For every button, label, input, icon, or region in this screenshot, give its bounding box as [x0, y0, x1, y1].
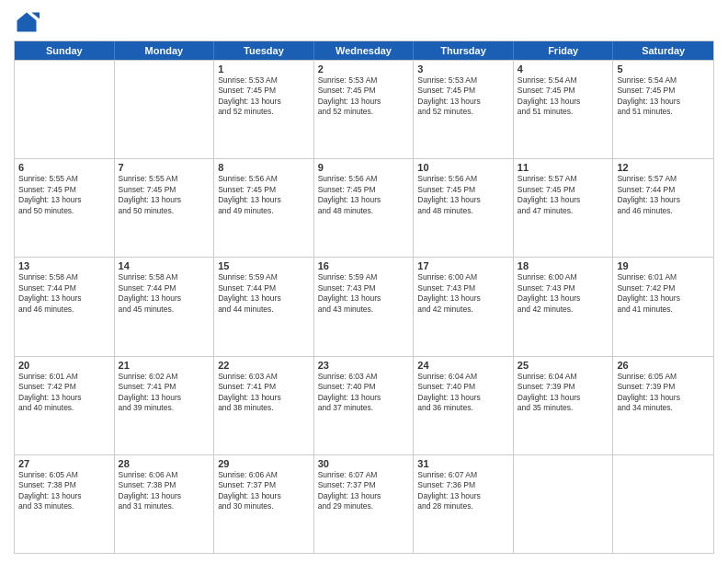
cell-line: Sunrise: 5:56 AM	[218, 174, 310, 184]
cell-line: Sunset: 7:37 PM	[218, 480, 310, 490]
cell-line: Sunset: 7:45 PM	[417, 86, 509, 96]
day-number: 2	[318, 63, 410, 75]
day-number: 31	[417, 458, 509, 469]
cell-line: Daylight: 13 hours	[617, 293, 710, 304]
cell-line: and 46 minutes.	[18, 304, 110, 315]
cell-line: and 49 minutes.	[218, 206, 310, 216]
cal-cell: 21Sunrise: 6:02 AMSunset: 7:41 PMDayligh…	[115, 357, 215, 454]
cell-line: and 44 minutes.	[218, 304, 310, 315]
cell-line: Sunrise: 5:53 AM	[218, 75, 310, 86]
cell-line: and 52 minutes.	[318, 107, 410, 117]
cell-line: Sunrise: 5:58 AM	[119, 272, 210, 282]
cell-line: Sunset: 7:41 PM	[218, 382, 310, 392]
cal-cell: 14Sunrise: 5:58 AMSunset: 7:44 PMDayligh…	[115, 258, 215, 355]
cell-line: Daylight: 13 hours	[318, 393, 410, 403]
cell-line: Sunset: 7:38 PM	[119, 480, 210, 490]
header-day-monday: Monday	[115, 41, 215, 60]
cal-cell: 8Sunrise: 5:56 AMSunset: 7:45 PMDaylight…	[214, 159, 314, 257]
cell-line: and 36 minutes.	[417, 403, 509, 413]
day-number: 26	[617, 360, 710, 371]
cal-cell: 22Sunrise: 6:03 AMSunset: 7:41 PMDayligh…	[214, 357, 314, 454]
cell-line: Sunrise: 6:06 AM	[119, 470, 210, 480]
cell-line: and 28 minutes.	[417, 501, 509, 511]
cell-line: Sunrise: 6:04 AM	[518, 372, 609, 382]
cell-line: Sunrise: 5:54 AM	[617, 75, 710, 86]
cell-line: Daylight: 13 hours	[218, 491, 310, 501]
logo-icon	[14, 9, 40, 35]
cell-line: Sunrise: 6:05 AM	[18, 470, 110, 480]
cell-line: and 31 minutes.	[119, 501, 210, 511]
day-number: 17	[417, 260, 509, 271]
cell-line: and 43 minutes.	[318, 304, 410, 315]
header-day-wednesday: Wednesday	[314, 41, 415, 60]
header	[14, 9, 714, 35]
cell-line: Daylight: 13 hours	[617, 97, 710, 107]
cell-line: Daylight: 13 hours	[518, 195, 609, 205]
cell-line: Sunset: 7:44 PM	[119, 283, 210, 293]
cal-cell: 17Sunrise: 6:00 AMSunset: 7:43 PMDayligh…	[414, 258, 514, 355]
cell-line: Sunset: 7:45 PM	[18, 185, 110, 195]
cell-line: Sunrise: 5:59 AM	[218, 272, 310, 282]
cell-line: Sunrise: 6:02 AM	[119, 372, 210, 382]
day-number: 11	[518, 162, 609, 173]
cell-line: and 50 minutes.	[18, 206, 110, 216]
header-day-sunday: Sunday	[15, 41, 115, 60]
cell-line: Daylight: 13 hours	[218, 393, 310, 403]
week-row-2: 6Sunrise: 5:55 AMSunset: 7:45 PMDaylight…	[15, 158, 713, 257]
cell-line: and 48 minutes.	[318, 206, 410, 216]
day-number: 15	[218, 260, 310, 271]
cell-line: Sunrise: 5:57 AM	[617, 174, 710, 184]
cell-line: Sunset: 7:44 PM	[18, 283, 110, 293]
cell-line: and 52 minutes.	[417, 107, 509, 117]
cell-line: Sunrise: 5:59 AM	[318, 272, 410, 282]
calendar: SundayMondayTuesdayWednesdayThursdayFrid…	[14, 40, 714, 554]
day-number: 8	[218, 162, 310, 173]
cell-line: Sunrise: 5:56 AM	[318, 174, 410, 184]
header-day-saturday: Saturday	[613, 41, 713, 60]
week-row-1: 1Sunrise: 5:53 AMSunset: 7:45 PMDaylight…	[15, 60, 713, 158]
day-number: 13	[18, 260, 110, 271]
cell-line: Daylight: 13 hours	[417, 195, 509, 205]
cal-cell: 4Sunrise: 5:54 AMSunset: 7:45 PMDaylight…	[514, 61, 614, 158]
cell-line: Sunset: 7:45 PM	[119, 185, 210, 195]
cell-line: Sunrise: 5:57 AM	[518, 174, 609, 184]
cell-line: and 38 minutes.	[218, 403, 310, 413]
cal-cell: 24Sunrise: 6:04 AMSunset: 7:40 PMDayligh…	[414, 357, 514, 454]
cell-line: and 51 minutes.	[617, 107, 710, 117]
calendar-header: SundayMondayTuesdayWednesdayThursdayFrid…	[15, 41, 713, 60]
cell-line: Daylight: 13 hours	[417, 491, 509, 501]
cal-cell: 20Sunrise: 6:01 AMSunset: 7:42 PMDayligh…	[15, 357, 115, 454]
cell-line: Sunset: 7:36 PM	[417, 480, 509, 490]
cell-line: Sunrise: 6:06 AM	[218, 470, 310, 480]
cal-cell: 9Sunrise: 5:56 AMSunset: 7:45 PMDaylight…	[314, 159, 415, 257]
day-number: 20	[18, 360, 110, 371]
cal-cell	[613, 455, 713, 553]
cal-cell: 2Sunrise: 5:53 AMSunset: 7:45 PMDaylight…	[314, 61, 415, 158]
cell-line: Daylight: 13 hours	[417, 97, 509, 107]
page: SundayMondayTuesdayWednesdayThursdayFrid…	[0, 0, 728, 563]
cell-line: Daylight: 13 hours	[417, 293, 509, 304]
cal-cell: 3Sunrise: 5:53 AMSunset: 7:45 PMDaylight…	[414, 61, 514, 158]
cell-line: Daylight: 13 hours	[119, 491, 210, 501]
cell-line: Daylight: 13 hours	[417, 393, 509, 403]
day-number: 14	[119, 260, 210, 271]
day-number: 23	[318, 360, 410, 371]
cal-cell: 13Sunrise: 5:58 AMSunset: 7:44 PMDayligh…	[15, 258, 115, 355]
cell-line: Daylight: 13 hours	[617, 393, 710, 403]
day-number: 30	[318, 458, 410, 469]
cell-line: Sunrise: 6:04 AM	[417, 372, 509, 382]
day-number: 9	[318, 162, 410, 173]
cell-line: and 30 minutes.	[218, 501, 310, 511]
cell-line: Sunrise: 6:01 AM	[18, 372, 110, 382]
cell-line: and 46 minutes.	[617, 206, 710, 216]
cell-line: Sunset: 7:42 PM	[18, 382, 110, 392]
cell-line: Sunset: 7:43 PM	[318, 283, 410, 293]
day-number: 24	[417, 360, 509, 371]
cell-line: and 50 minutes.	[119, 206, 210, 216]
cal-cell	[514, 455, 614, 553]
cell-line: and 39 minutes.	[119, 403, 210, 413]
cell-line: Sunset: 7:40 PM	[318, 382, 410, 392]
cell-line: Sunset: 7:39 PM	[518, 382, 609, 392]
day-number: 4	[518, 63, 609, 75]
day-number: 1	[218, 63, 310, 75]
